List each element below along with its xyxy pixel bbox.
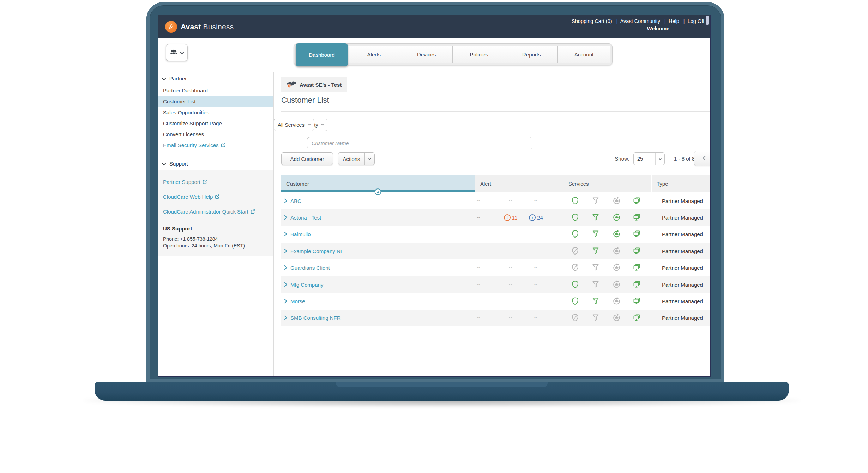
alert-cell: -- [499, 243, 522, 259]
chevron-right-icon[interactable] [283, 315, 288, 320]
alert-cell: -- [525, 226, 547, 243]
brand: Avast Business [165, 15, 234, 38]
nav-tab[interactable]: Reports [505, 46, 558, 63]
customer-type: Partner Managed [662, 315, 703, 321]
alert-cell: -- [525, 276, 547, 293]
info-icon: i [529, 214, 536, 221]
managed-devices-icon [633, 197, 641, 205]
customer-name-link[interactable]: Astoria - Test [290, 215, 321, 221]
customer-name-input[interactable] [307, 137, 532, 149]
cloud-backup-sync-icon [612, 263, 621, 272]
laptop-mockup-stage: Avast Business Shopping Cart (0) Avast C… [0, 0, 868, 473]
support-link[interactable]: Partner Support [163, 178, 267, 186]
customer-name-link[interactable]: Balmullo [290, 231, 311, 237]
support-link[interactable]: CloudCare Web Help [163, 193, 267, 201]
alert-cell: -- [499, 192, 522, 209]
chevron-down-icon [162, 161, 166, 167]
laptop-base [95, 382, 789, 401]
app-screen: Avast Business Shopping Cart (0) Avast C… [158, 15, 711, 377]
people-group-icon [169, 48, 178, 57]
nav-tab[interactable]: Account [558, 46, 610, 63]
page-title: Customer List [281, 96, 329, 105]
nav-tab[interactable]: Alerts [348, 46, 400, 63]
antivirus-shield-icon [571, 280, 579, 289]
top-link[interactable]: Shopping Cart (0) [572, 18, 612, 24]
filter-select[interactable]: All Services [274, 119, 314, 131]
sort-up-icon[interactable] [375, 188, 381, 195]
support-link[interactable]: CloudCare Administrator Quick Start [163, 208, 267, 216]
top-link[interactable]: Log Off [681, 18, 704, 24]
sidebar-section-partner[interactable]: Partner [158, 72, 273, 85]
sidebar-section-support[interactable]: Support [158, 157, 273, 170]
alert-cell: -- [525, 259, 547, 276]
managed-devices-icon [633, 230, 641, 238]
previous-page-button[interactable] [694, 151, 710, 166]
chevron-right-icon[interactable] [283, 299, 288, 304]
sidebar-item[interactable]: Customize Support Page [158, 118, 273, 129]
brand-title: Avast Business [181, 23, 234, 31]
customer-type: Partner Managed [662, 265, 703, 271]
content-filter-icon [591, 297, 600, 305]
chevron-right-icon[interactable] [283, 232, 288, 236]
nav-tab[interactable]: Devices [400, 46, 453, 63]
chevron-down-icon [318, 119, 327, 131]
alert-cell: -- [467, 209, 490, 226]
customer-name-link[interactable]: Guardians Client [290, 265, 330, 271]
main-panel: Avast SE's - Test Customer List Filter b… [274, 72, 710, 376]
customer-name-link[interactable]: Morse [290, 298, 305, 304]
sidebar-item[interactable]: Convert Licenses [158, 129, 273, 140]
customer-name-link[interactable]: Example Company NL [290, 248, 343, 254]
column-header-type[interactable]: Type [652, 175, 710, 192]
chevron-right-icon[interactable] [283, 215, 288, 220]
alert-cell: -- [499, 276, 522, 293]
actions-button[interactable]: Actions [338, 152, 375, 165]
breadcrumb[interactable]: Avast SE's - Test [281, 77, 347, 92]
customer-name-link[interactable]: SMB Consulting NFR [290, 315, 341, 321]
chevron-right-icon[interactable] [283, 265, 288, 270]
sidebar-item[interactable]: Sales Opportunities [158, 107, 273, 118]
chevron-down-icon [655, 153, 664, 165]
nav-tab[interactable]: Dashboard [296, 43, 348, 66]
column-header-services[interactable]: Services [563, 175, 651, 192]
chevron-down-icon [180, 49, 184, 56]
customer-type: Partner Managed [662, 215, 703, 221]
customer-name-link[interactable]: Mfg Company [290, 281, 323, 287]
top-links: Shopping Cart (0) Avast Community Help L… [572, 18, 704, 24]
antivirus-shield-icon [571, 230, 579, 238]
sidebar-item[interactable]: Customer List [158, 96, 273, 107]
chevron-right-icon[interactable] [283, 249, 288, 253]
customer-name-link[interactable]: ABC [290, 198, 301, 204]
top-link[interactable]: Avast Community [614, 18, 660, 24]
managed-devices-icon [633, 263, 641, 272]
support-hours: Open hours: 24 hours, Mon-Fri (EST) [163, 243, 269, 249]
alert-cell: -- [499, 310, 522, 326]
chevron-right-icon[interactable] [283, 282, 288, 287]
content-area: Partner Partner Dashboard [158, 72, 710, 376]
scrollbar-thumb[interactable] [706, 16, 709, 25]
antivirus-shield-icon [571, 263, 579, 272]
managed-devices-icon [633, 280, 641, 289]
sidebar-item[interactable]: Email Security Services [158, 140, 273, 151]
column-header-customer[interactable]: Customer [281, 175, 475, 192]
add-customer-button[interactable]: Add Customer [281, 152, 333, 165]
external-link-icon [215, 194, 220, 201]
nav-tab[interactable]: Policies [453, 46, 505, 63]
cloud-backup-sync-icon [612, 313, 621, 322]
pagination-range: 1 - 8 of 8 [674, 152, 695, 165]
sidebar-item[interactable]: Partner Dashboard [158, 85, 273, 96]
content-filter-icon [591, 280, 600, 289]
content-filter-icon [591, 197, 600, 205]
laptop-base-notch [336, 382, 548, 387]
top-link[interactable]: Help [662, 18, 679, 24]
chevron-left-icon [702, 155, 706, 162]
page-size-select[interactable]: 25 [633, 152, 665, 165]
managed-devices-icon [633, 247, 641, 255]
column-header-alert[interactable]: Alert [475, 175, 563, 192]
chevron-right-icon[interactable] [283, 198, 288, 203]
support-panel: Partner Support CloudCare Web Help [158, 170, 273, 256]
table-row: Example Company NL -- -- [281, 243, 710, 259]
chevron-down-icon[interactable] [364, 153, 374, 165]
avast-logo-icon [165, 21, 177, 33]
customer-table-body: ABC -- -- -- [281, 192, 710, 326]
organization-dropdown-button[interactable] [166, 44, 188, 61]
